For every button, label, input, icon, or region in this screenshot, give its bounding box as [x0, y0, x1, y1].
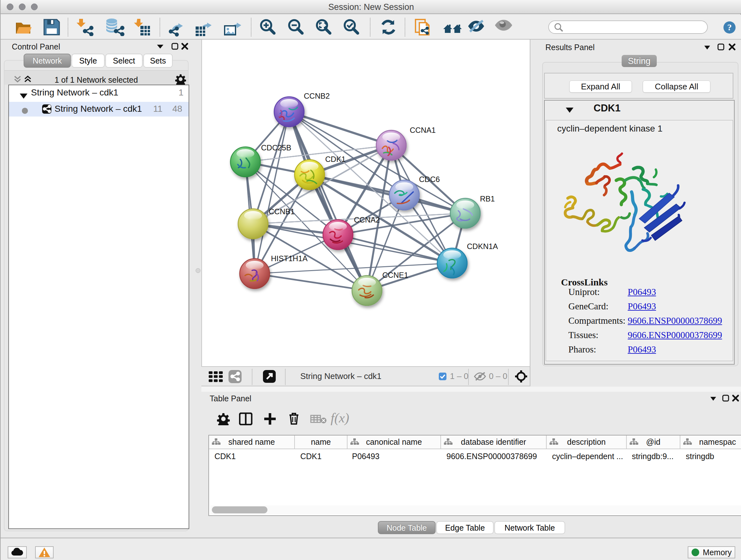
- svg-text:HIST1H1A: HIST1H1A: [271, 254, 308, 263]
- svg-text:CCNE1: CCNE1: [382, 271, 408, 279]
- svg-text:CCNA1: CCNA1: [410, 126, 435, 134]
- svg-text:CDKN1A: CDKN1A: [467, 242, 498, 251]
- svg-text:?: ?: [727, 22, 732, 32]
- svg-text:CDC6: CDC6: [419, 175, 440, 184]
- svg-text:CCNA2: CCNA2: [354, 215, 380, 224]
- svg-text:CDK1: CDK1: [325, 155, 346, 164]
- svg-text:CCNB2: CCNB2: [304, 91, 330, 100]
- svg-text:CDC25B: CDC25B: [261, 143, 291, 152]
- svg-text:CCNB1: CCNB1: [269, 207, 294, 216]
- svg-text:RB1: RB1: [480, 194, 495, 203]
